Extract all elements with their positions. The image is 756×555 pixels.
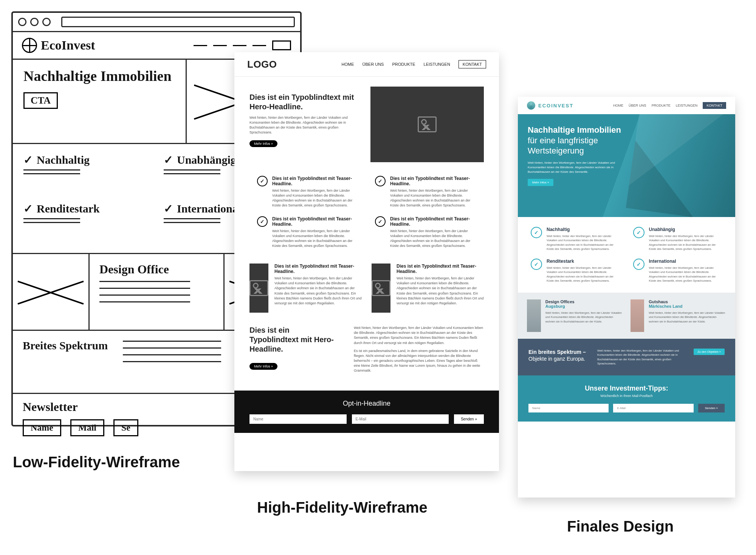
nav-link[interactable] xyxy=(194,45,207,46)
check-icon: ✓ xyxy=(23,202,33,215)
check-icon: ✓ xyxy=(531,259,542,270)
send-button[interactable]: Senden » xyxy=(698,404,725,412)
hero-cta-button[interactable]: CTA xyxy=(23,92,58,109)
nav-link[interactable]: HOME xyxy=(342,62,354,67)
project-image xyxy=(249,264,268,313)
check-icon: ✓ xyxy=(257,216,268,227)
nav-link[interactable]: LEISTUNGEN xyxy=(676,104,698,107)
browser-chrome xyxy=(13,13,300,32)
send-button[interactable]: Se xyxy=(113,419,138,436)
feature-body: Weit hinten, hinter den Wortbergen, fern… xyxy=(649,266,723,283)
feature-title: Nachhaltig xyxy=(37,153,90,166)
caption-lofi: Low-Fidelity-Wireframe xyxy=(13,454,180,471)
feature-title: Dies ist ein Typoblindtext mit Teaser-He… xyxy=(272,216,358,227)
project-image xyxy=(372,264,390,313)
traffic-light-icon xyxy=(30,18,39,26)
hero-button[interactable]: Mehr Infos » xyxy=(249,140,277,147)
newsletter-sub: Wöchentlich in Ihren Mail-Postfach xyxy=(528,394,725,398)
feature-title: Renditestark xyxy=(547,259,620,264)
mail-input[interactable]: Mail xyxy=(70,419,104,436)
hero-headline: Nachhaltige Immobilien für eine langfris… xyxy=(528,125,630,156)
cta-headline: Dies ist ein Typoblindtext mit Hero-Head… xyxy=(249,326,340,354)
feature-title: Dies ist ein Typoblindtext mit Teaser-He… xyxy=(390,176,476,186)
check-icon: ✓ xyxy=(257,176,268,186)
check-icon: ✓ xyxy=(633,259,644,270)
feature-title: Unabhängig xyxy=(649,227,723,232)
caption-hifi: High-Fidelity-Wireframe xyxy=(257,499,428,516)
nav-link[interactable] xyxy=(233,45,246,46)
nav-link[interactable]: PRODUKTE xyxy=(652,104,671,107)
nav-link[interactable]: ÜBER UNS xyxy=(363,62,384,67)
name-input[interactable]: Name xyxy=(528,404,609,412)
image-icon xyxy=(372,280,390,296)
project-title: Dies ist ein Typoblindtext mit Teaser-He… xyxy=(274,264,362,274)
feature-body: Weit hinten, hinter den Wortbergen, fern… xyxy=(272,229,358,248)
feature-title: International xyxy=(649,259,723,264)
feature-title: International xyxy=(177,202,241,215)
hero-body: Weit hinten, hinter den Wortbergen, fern… xyxy=(249,115,359,135)
nav-link[interactable]: PRODUKTE xyxy=(392,62,415,67)
hifi-wireframe: LOGO HOME ÜBER UNS PRODUKTE LEISTUNGEN K… xyxy=(234,52,499,471)
spectrum-button[interactable]: Zu den Objekten » xyxy=(694,349,725,355)
cta-button[interactable]: Mehr Infos » xyxy=(249,363,277,370)
project-title: Gutshaus xyxy=(649,299,726,304)
project-body: Weit hinten, hinter den Wortbergen, fern… xyxy=(545,311,623,324)
check-icon: ✓ xyxy=(633,227,644,238)
email-input[interactable]: E-Mail xyxy=(613,404,693,412)
nav xyxy=(194,40,291,50)
traffic-light-icon xyxy=(18,18,26,26)
nav-link[interactable] xyxy=(213,45,227,46)
project-body: Weit hinten, hinter den Wortbergen, fern… xyxy=(649,311,726,324)
email-input[interactable]: E-Mail xyxy=(352,414,449,424)
image-icon xyxy=(418,116,437,132)
url-bar[interactable] xyxy=(61,17,295,27)
spectrum-headline: Ein breites Spektrum –Objekte in ganz Eu… xyxy=(528,349,589,362)
name-input[interactable]: Name xyxy=(249,414,347,424)
project-body: Weit hinten, hinter den Wortbergen, fern… xyxy=(274,276,362,305)
brand: EcoInvest xyxy=(41,38,95,53)
nav-link[interactable]: ÜBER UNS xyxy=(629,104,646,107)
check-icon: ✓ xyxy=(164,202,173,215)
project-image xyxy=(631,299,644,332)
hero-button[interactable]: Mehr Infos » xyxy=(528,179,553,186)
feature-title: Dies ist ein Typoblindtext mit Teaser-He… xyxy=(390,216,476,227)
spectrum-title: Breites Spektrum xyxy=(23,339,108,352)
check-icon: ✓ xyxy=(375,176,386,186)
feature-body: Weit hinten, hinter den Wortbergen, fern… xyxy=(390,188,476,208)
feature-body: Weit hinten, hinter den Wortbergen, fern… xyxy=(547,234,620,251)
feature-title: Unabhängig xyxy=(177,153,236,166)
project-title: Design Offices xyxy=(545,299,623,304)
project-image xyxy=(527,299,541,332)
project-subtitle: Märkisches Land xyxy=(649,304,726,309)
nav-link[interactable] xyxy=(253,45,266,46)
cta-body: Weit hinten, hinter den Wortbergen, fern… xyxy=(354,326,484,345)
optin-headline: Opt-in-Headline xyxy=(249,400,484,408)
project-image-placeholder xyxy=(13,254,90,330)
logo-icon xyxy=(22,38,37,53)
caption-final: Finales Design xyxy=(567,518,674,535)
hero-headline: Dies ist ein Typoblindtext mit Hero-Head… xyxy=(249,93,359,112)
cta-body: Es ist ein paradiesmatisches Land, in de… xyxy=(354,349,484,373)
hero-body: Weit hinten, hinter den Wortbergen, fern… xyxy=(528,161,630,174)
brand: ECOINVEST xyxy=(538,103,573,109)
send-button[interactable]: Senden » xyxy=(454,414,484,424)
nav-link[interactable]: HOME xyxy=(613,104,623,107)
nav-contact-button[interactable]: KONTAKT xyxy=(703,102,726,109)
newsletter-headline: Unsere Investment-Tipps: xyxy=(528,384,725,392)
check-icon: ✓ xyxy=(164,153,173,166)
feature-body: Weit hinten, hinter den Wortbergen, fern… xyxy=(547,266,620,283)
name-input[interactable]: Name xyxy=(23,419,61,436)
feature-body: Weit hinten, hinter den Wortbergen, fern… xyxy=(272,188,358,208)
nav-contact-button[interactable] xyxy=(272,40,291,50)
hero-headline: Nachhaltige Immobilien xyxy=(23,69,175,84)
nav-link[interactable]: LEISTUNGEN xyxy=(424,62,450,67)
feature-body: Weit hinten, hinter den Wortbergen, fern… xyxy=(649,234,723,251)
project-title: Design Office xyxy=(99,262,214,276)
nav-contact-button[interactable]: KONTAKT xyxy=(459,60,486,68)
traffic-light-icon xyxy=(42,18,51,26)
feature-title: Nachhaltig xyxy=(547,227,620,232)
final-design: ECOINVEST HOME ÜBER UNS PRODUKTE LEISTUN… xyxy=(518,97,735,498)
logo-icon xyxy=(527,101,535,110)
logo: LOGO xyxy=(247,59,277,70)
image-icon xyxy=(249,280,268,296)
